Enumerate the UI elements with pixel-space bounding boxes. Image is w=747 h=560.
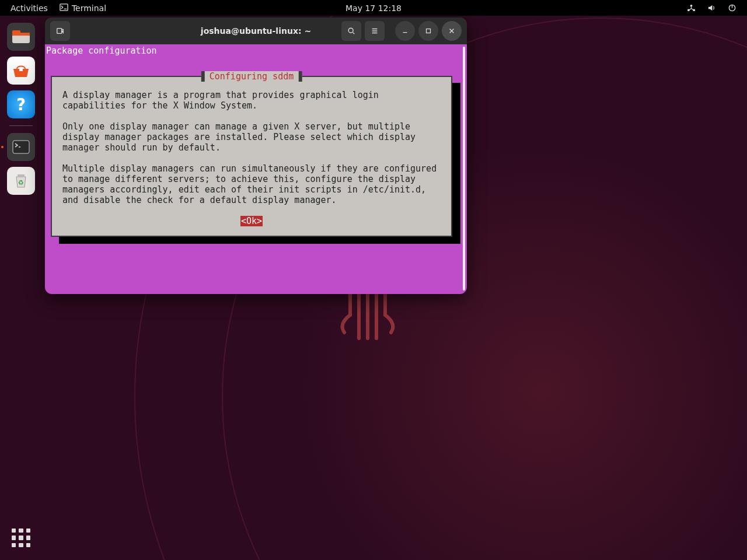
svg-rect-10 <box>18 174 25 177</box>
svg-rect-0 <box>60 4 68 10</box>
terminal-window: joshua@ubuntu-linux: ~ Package configura… <box>45 18 467 294</box>
dialog-paragraph: Only one display manager can manage a gi… <box>62 121 441 153</box>
focused-app-label: Terminal <box>72 4 106 13</box>
terminal-viewport[interactable]: Package configuration Configuring sddm A… <box>45 44 467 294</box>
clock[interactable]: May 17 12:18 <box>345 4 402 13</box>
power-icon[interactable] <box>722 4 742 12</box>
package-config-header: Package configuration <box>46 44 466 63</box>
show-applications-button[interactable] <box>9 526 33 550</box>
dialog-title: Configuring sddm <box>201 71 302 82</box>
dock: ? ♻ <box>0 16 42 560</box>
svg-point-13 <box>348 28 353 33</box>
close-button[interactable] <box>442 21 462 41</box>
network-icon[interactable] <box>681 4 701 12</box>
svg-rect-7 <box>12 33 30 36</box>
trash-icon[interactable]: ♻ <box>7 167 35 195</box>
search-button[interactable] <box>341 21 361 41</box>
dialog-paragraph: A display manager is a program that prov… <box>62 90 441 111</box>
scrollbar[interactable] <box>463 47 465 290</box>
volume-icon[interactable] <box>701 4 722 12</box>
terminal-app-icon[interactable] <box>7 133 35 161</box>
files-app-icon[interactable] <box>7 23 35 51</box>
focused-app-indicator[interactable]: Terminal <box>54 3 112 13</box>
activities-button[interactable]: Activities <box>5 4 54 13</box>
menu-button[interactable] <box>365 21 385 41</box>
minimize-button[interactable] <box>395 21 415 41</box>
svg-rect-12 <box>57 29 62 34</box>
debconf-dialog: Configuring sddm A display manager is a … <box>51 76 452 237</box>
ok-button[interactable]: <Ok> <box>240 216 263 226</box>
dock-separator <box>9 125 33 126</box>
software-app-icon[interactable] <box>7 57 35 85</box>
svg-rect-14 <box>427 29 431 33</box>
svg-text:♻: ♻ <box>18 179 24 187</box>
help-app-icon[interactable]: ? <box>7 90 35 118</box>
svg-point-1 <box>690 5 693 7</box>
maximize-button[interactable] <box>418 21 438 41</box>
new-tab-button[interactable] <box>50 21 70 41</box>
svg-rect-8 <box>19 69 23 71</box>
dialog-paragraph: Multiple display managers can run simult… <box>62 163 441 205</box>
running-indicator <box>1 146 4 148</box>
window-titlebar[interactable]: joshua@ubuntu-linux: ~ <box>45 18 467 44</box>
terminal-icon <box>60 3 68 13</box>
